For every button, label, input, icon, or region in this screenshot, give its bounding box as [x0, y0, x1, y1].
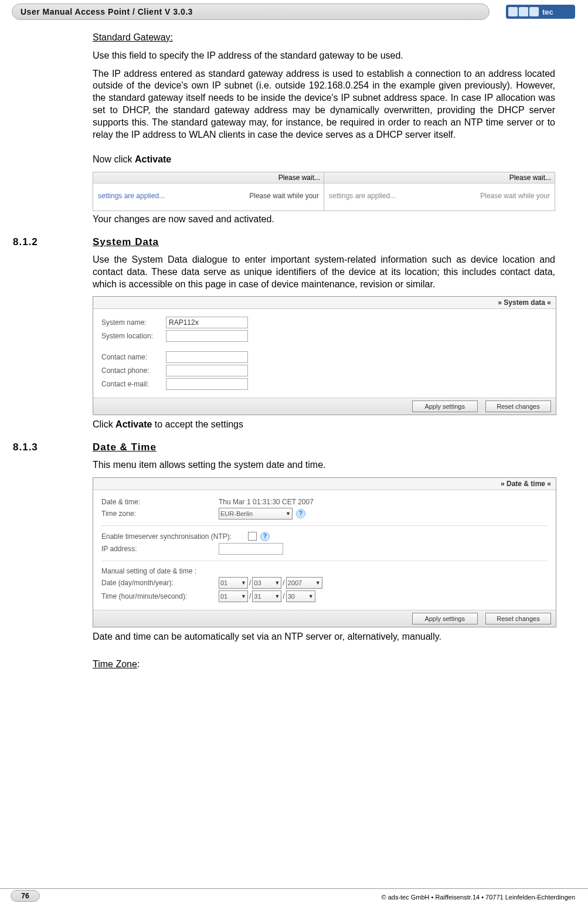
contact-email-label: Contact e-mail: — [101, 380, 166, 388]
ip-address-input[interactable] — [219, 543, 283, 555]
activate-word: Activate — [135, 154, 171, 164]
section-813-name: Date & Time — [93, 442, 157, 453]
colon-text: : — [137, 659, 140, 669]
header-title: User Manual Access Point / Client V 3.0.… — [21, 7, 193, 16]
page-footer: 76 © ads-tec GmbH • Raiffeisenstr.14 • 7… — [0, 888, 588, 903]
date-year-select[interactable]: 2007▼ — [286, 577, 322, 589]
date-year-value: 2007 — [288, 579, 302, 586]
apply-settings-button[interactable]: Apply settings — [412, 400, 478, 412]
reset-changes-button[interactable]: Reset changes — [485, 613, 551, 624]
date-label: Date (day/month/year): — [101, 579, 219, 587]
system-location-label: System location: — [101, 332, 166, 340]
section-813-title: 8.1.3 Date & Time — [93, 442, 555, 453]
please-wait-screenshot: Please wait... settings are applied... P… — [93, 172, 555, 211]
date-time-panel: » Date & time « Date & time: Thu Mar 1 0… — [93, 477, 556, 627]
system-data-panel-header: » System data « — [93, 297, 556, 309]
svg-rect-2 — [519, 7, 528, 16]
sec813-p2: Date and time can be automatically set v… — [93, 631, 555, 643]
footer-copyright: © ads-tec GmbH • Raiffeisenstr.14 • 7077… — [381, 894, 575, 901]
pw-left-b: Please wait while your — [249, 192, 319, 200]
pw-right-a: settings are applied... — [329, 192, 396, 200]
chevron-down-icon: ▼ — [285, 511, 291, 517]
date-time-panel-header: » Date & time « — [93, 478, 556, 490]
system-name-label: System name: — [101, 318, 166, 327]
apply-settings-button[interactable]: Apply settings — [412, 613, 478, 624]
slash-text: / — [283, 579, 284, 587]
help-icon[interactable]: ? — [296, 509, 305, 518]
page-header: User Manual Access Point / Client V 3.0.… — [0, 0, 588, 23]
gateway-p2: The IP address entered as standard gatew… — [93, 68, 555, 141]
chevron-down-icon: ▼ — [308, 593, 314, 599]
time-second-value: 30 — [288, 593, 295, 600]
time-minute-select[interactable]: 31▼ — [252, 590, 281, 602]
slash-text: / — [249, 592, 251, 600]
contact-name-label: Contact name: — [101, 353, 166, 361]
section-812-num: 8.1.2 — [13, 236, 38, 248]
reset-changes-button[interactable]: Reset changes — [485, 400, 551, 412]
date-month-select[interactable]: 03▼ — [252, 577, 281, 589]
date-day-value: 01 — [220, 579, 227, 586]
chevron-down-icon: ▼ — [274, 580, 280, 586]
page-number: 76 — [11, 890, 40, 902]
header-title-pill: User Manual Access Point / Client V 3.0.… — [12, 4, 490, 20]
section-812-title: 8.1.2 System Data — [93, 236, 555, 248]
chevron-down-icon: ▼ — [241, 593, 246, 599]
pw-right-b: Please wait while your — [480, 192, 550, 200]
chevron-down-icon: ▼ — [274, 593, 280, 599]
time-minute-value: 31 — [254, 593, 261, 600]
manual-setting-label: Manual setting of date & time : — [101, 567, 196, 575]
ntp-enable-checkbox[interactable] — [248, 532, 257, 541]
sec812-p1: Use the System Data dialogue to enter im… — [93, 254, 555, 290]
section-812-name: System Data — [93, 236, 159, 247]
svg-rect-3 — [529, 7, 539, 16]
date-day-select[interactable]: 01▼ — [219, 577, 248, 589]
contact-name-input[interactable] — [166, 351, 248, 363]
pw-left-a: settings are applied... — [98, 192, 165, 200]
timezone-label: Time zone: — [101, 510, 219, 518]
slash-text: / — [283, 592, 284, 600]
chevron-down-icon: ▼ — [315, 580, 321, 586]
now-click-text: Now click — [93, 154, 135, 164]
timezone-value: EUR-Berlin — [220, 510, 253, 517]
time-second-select[interactable]: 30▼ — [286, 590, 315, 602]
please-wait-right-header: Please wait... — [324, 172, 555, 184]
timezone-select[interactable]: EUR-Berlin ▼ — [219, 508, 293, 520]
please-wait-left-header: Please wait... — [93, 172, 324, 184]
contact-phone-input[interactable] — [166, 365, 248, 376]
please-wait-right: Please wait... settings are applied... P… — [324, 172, 555, 211]
time-zone-heading: Time Zone — [93, 659, 137, 669]
contact-email-input[interactable] — [166, 378, 248, 390]
section-813-num: 8.1.3 — [13, 442, 38, 453]
saved-msg: Your changes are now saved and activated… — [93, 213, 555, 226]
system-data-panel: » System data « System name: System loca… — [93, 296, 556, 415]
time-hour-value: 01 — [220, 593, 227, 600]
time-label: Time (hour/minute/second): — [101, 592, 219, 600]
accept-text: to accept the settings — [152, 419, 243, 429]
svg-text:tec: tec — [542, 8, 553, 16]
activate-word-2: Activate — [115, 419, 152, 429]
gateway-p1: Use this field to specify the IP address… — [93, 50, 555, 62]
adstec-logo: tec — [506, 3, 575, 21]
chevron-down-icon: ▼ — [241, 580, 246, 586]
system-location-input[interactable] — [166, 330, 248, 342]
date-time-value: Thu Mar 1 01:31:30 CET 2007 — [219, 498, 314, 506]
system-name-input[interactable] — [166, 317, 248, 328]
slash-text: / — [249, 579, 251, 587]
contact-phone-label: Contact phone: — [101, 366, 166, 375]
date-month-value: 03 — [254, 579, 261, 586]
click-text: Click — [93, 419, 115, 429]
date-time-label: Date & time: — [101, 498, 219, 506]
ntp-enable-label: Enable timeserver synchronisation (NTP): — [101, 532, 248, 541]
standard-gateway-heading: Standard Gateway: — [93, 32, 173, 42]
ip-address-label: IP address: — [101, 545, 219, 553]
help-icon[interactable]: ? — [260, 532, 270, 541]
sec813-p1: This menu item allows setting the system… — [93, 459, 555, 471]
svg-rect-1 — [508, 7, 518, 16]
please-wait-left: Please wait... settings are applied... P… — [93, 172, 324, 211]
time-hour-select[interactable]: 01▼ — [219, 590, 248, 602]
main-content: Standard Gateway: Use this field to spec… — [93, 29, 555, 677]
